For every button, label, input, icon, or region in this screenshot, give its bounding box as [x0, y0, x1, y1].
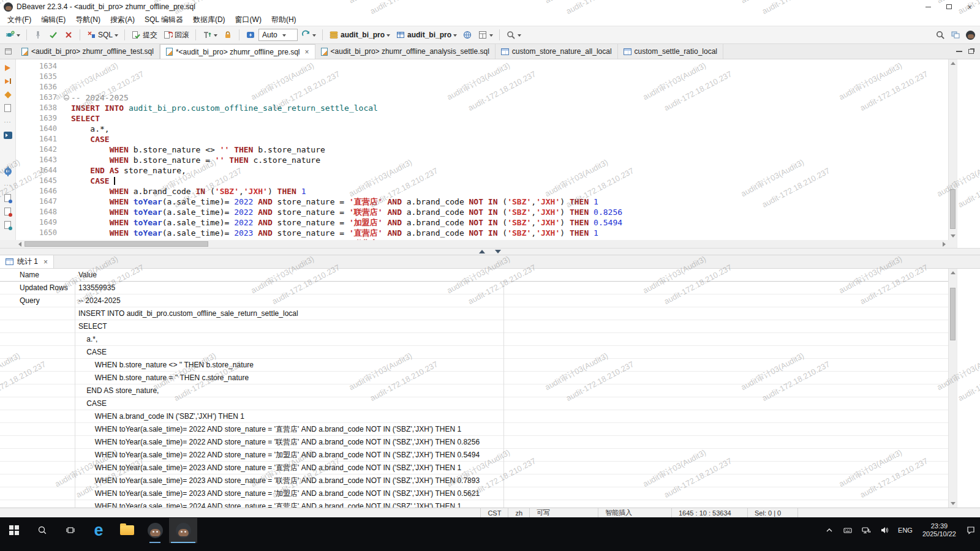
code-line[interactable]: 1642 WHEN b.store_nature <> '' THEN b.st… [16, 144, 948, 155]
minimize-button[interactable] [918, 0, 938, 13]
table-row[interactable]: WHEN toYear(a.sale_time)= 2023 AND store… [0, 487, 948, 500]
query-log-icon[interactable] [2, 220, 13, 230]
table-row[interactable]: WHEN toYear(a.sale_time)= 2022 AND store… [0, 449, 948, 462]
table-row[interactable]: Updated Rows133559935 [0, 282, 948, 294]
table-row[interactable]: WHEN b.store_nature = '' THEN c.store_na… [0, 372, 948, 384]
task-view-button[interactable] [56, 518, 85, 543]
editor-tab[interactable]: <audit_bi_pro> zhumr_offline_test.sql [16, 44, 160, 59]
commit-changes-button[interactable] [46, 28, 61, 42]
maximize-button[interactable] [938, 0, 959, 13]
results-vertical-scrollbar[interactable] [948, 269, 957, 508]
edge-button[interactable]: e [85, 518, 113, 543]
code-line[interactable]: 1640 a.*, [16, 124, 948, 134]
more-panels-icon[interactable]: ··· [2, 180, 13, 189]
connection-lock-button[interactable] [221, 28, 235, 42]
code-line[interactable]: 1634 [16, 61, 948, 72]
volume-button[interactable] [875, 518, 894, 543]
column-header-value[interactable]: Value [75, 271, 97, 279]
table-row[interactable]: WHEN toYear(a.sale_time)= 2022 AND store… [0, 423, 948, 436]
revert-changes-button[interactable] [61, 28, 76, 42]
output-panel-icon[interactable] [2, 193, 13, 203]
code-line[interactable]: 1646 WHEN a.brand_code IN ('SBZ','JXH') … [16, 186, 948, 197]
scroll-down-icon[interactable] [949, 500, 957, 508]
menu-item[interactable]: 帮助(H) [266, 13, 301, 26]
column-header-name[interactable]: Name [0, 271, 75, 279]
code-line[interactable]: 1649 WHEN toYear(a.sale_time)= 2022 AND … [16, 217, 948, 228]
scroll-up-icon[interactable] [949, 269, 957, 277]
menu-item[interactable]: 数据库(D) [188, 13, 230, 26]
menu-item[interactable]: 导航(N) [70, 13, 105, 26]
autocommit-select[interactable]: Auto [258, 29, 298, 41]
table-row[interactable]: WHEN toYear(a.sale_time)= 2023 AND store… [0, 474, 948, 487]
code-line[interactable]: 1648 WHEN toYear(a.sale_time)= 2022 AND … [16, 207, 948, 217]
sql-dialect-select[interactable]: SQL [84, 28, 121, 42]
code-line[interactable]: 1645 CASE [16, 176, 948, 186]
menu-item[interactable]: 编辑(E) [36, 13, 70, 26]
close-icon[interactable]: × [305, 48, 309, 56]
start-button[interactable] [0, 518, 28, 543]
close-button[interactable]: × [959, 0, 980, 13]
maximize-panel-icon[interactable] [479, 250, 485, 253]
language-indicator[interactable]: ENG [894, 518, 917, 543]
view-menu-button[interactable] [0, 44, 16, 59]
table-row[interactable]: WHEN toYear(a.sale_time)= 2023 AND store… [0, 462, 948, 474]
menu-item[interactable]: 搜索(A) [105, 13, 140, 26]
code-line[interactable]: 1643 WHEN b.store_nature = '' THEN c.sto… [16, 155, 948, 165]
scroll-up-icon[interactable] [949, 59, 957, 67]
tab-statistics[interactable]: 统计 1 × [0, 255, 54, 268]
tray-expand-button[interactable] [820, 518, 839, 543]
menu-item[interactable]: 文件(F) [2, 13, 36, 26]
table-row[interactable]: WHEN toYear(a.sale_time)= 2022 AND store… [0, 436, 948, 449]
execute-statement-icon[interactable] [2, 63, 13, 72]
table-row[interactable]: WHEN toYear(a.sale_time)= 2024 AND store… [0, 500, 948, 508]
ime-button[interactable] [839, 518, 857, 543]
menu-item[interactable]: 窗口(W) [230, 13, 266, 26]
scrollbar-thumb[interactable] [950, 288, 956, 340]
editor-horizontal-scrollbar[interactable] [16, 240, 948, 248]
file-explorer-button[interactable] [113, 518, 141, 543]
minimize-panel-icon[interactable] [495, 250, 501, 253]
dbeaver-taskbar-button-active[interactable] [169, 518, 197, 543]
code-line[interactable]: 1641 CASE [16, 134, 948, 144]
taskbar-clock[interactable]: 23:39 2025/10/22 [917, 522, 962, 538]
scroll-left-icon[interactable] [16, 240, 24, 248]
code-line[interactable]: 1644 END AS store_nature, [16, 165, 948, 176]
table-row[interactable]: INSERT INTO audit_bi_pro.custom_offline_… [0, 307, 948, 320]
panel-splitter[interactable] [0, 248, 980, 255]
code-line[interactable]: 1650 WHEN toYear(a.sale_time)= 2023 AND … [16, 228, 948, 238]
transaction-mode-button[interactable] [200, 28, 220, 42]
code-line[interactable]: 1636 [16, 82, 948, 92]
column-divider[interactable] [75, 269, 75, 508]
global-search-button[interactable] [933, 28, 948, 42]
more-actions-icon[interactable]: ··· [2, 117, 13, 126]
explain-plan-icon[interactable] [2, 90, 13, 99]
table-row[interactable]: a.*, [0, 333, 948, 346]
commit-button[interactable]: 提交 [129, 28, 160, 42]
code-line[interactable]: 1637-- 2024-2025 [16, 92, 948, 103]
dbeaver-account-button[interactable] [963, 28, 978, 42]
column-divider[interactable] [503, 269, 504, 508]
new-connection-button[interactable] [2, 28, 23, 42]
code-line[interactable]: 1638INSERT INTO audit_bi_pro.custom_offl… [16, 103, 948, 113]
error-log-icon[interactable] [2, 207, 13, 216]
navigator-sync-button[interactable] [460, 28, 475, 42]
code-line[interactable]: 1647 WHEN toYear(a.sale_time)= 2022 AND … [16, 197, 948, 207]
settings-icon[interactable] [2, 167, 13, 176]
editor-vertical-scrollbar[interactable] [948, 59, 957, 240]
maximize-editor-icon[interactable] [968, 49, 974, 54]
table-row[interactable]: SELECT [0, 320, 948, 333]
editor-tab[interactable]: custom_store_nature_all_local [496, 44, 618, 59]
table-row[interactable]: CASE [0, 346, 948, 359]
table-row[interactable]: WHEN a.brand_code IN ('SBZ','JXH') THEN … [0, 410, 948, 423]
refresh-button[interactable] [298, 28, 318, 42]
fold-collapse-icon[interactable] [61, 92, 71, 103]
taskbar-search-button[interactable] [28, 518, 56, 543]
sql-editor[interactable]: 1634163516361637-- 2024-20251638INSERT I… [16, 59, 948, 240]
scroll-right-icon[interactable] [940, 240, 948, 248]
table-row[interactable]: END AS store_nature, [0, 384, 948, 397]
editor-tab[interactable]: *<audit_bi_pro> zhumr_offline_pre.sql× [160, 44, 315, 59]
terminal-icon[interactable] [2, 130, 13, 140]
network-button[interactable] [857, 518, 875, 543]
action-center-button[interactable] [962, 518, 980, 543]
editor-tab[interactable]: <audit_bi_pro> zhumr_offline_analysis_se… [315, 44, 496, 59]
